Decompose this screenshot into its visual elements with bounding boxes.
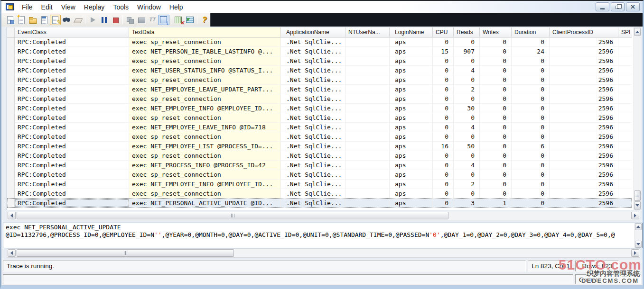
cell-ntUserName[interactable] (345, 180, 390, 189)
cell-cpu[interactable]: 15 (433, 47, 454, 56)
cell-cpu[interactable]: 0 (433, 56, 454, 65)
header-textdata[interactable]: TextData (129, 27, 281, 37)
row-selector[interactable] (7, 113, 15, 122)
cell-duration[interactable]: 0 (512, 189, 550, 198)
cell-loginName[interactable]: aps (390, 85, 433, 94)
cell-applicationName[interactable]: .Net SqlClie... (281, 170, 345, 179)
cell-ntUserName[interactable] (345, 189, 390, 198)
cell-writes[interactable]: 0 (480, 104, 512, 113)
cell-ntUserName[interactable] (345, 113, 390, 122)
cell-loginName[interactable]: aps (390, 199, 433, 208)
menu-edit[interactable]: Edit (37, 2, 57, 12)
cell-loginName[interactable]: aps (390, 113, 433, 122)
detail-horizontal-scrollbar[interactable] (7, 248, 640, 258)
cell-textData[interactable]: exec NET_EMPLOYEE_LEAVE_INFO @ID=718 (129, 123, 281, 132)
cell-cpu[interactable]: 0 (433, 123, 454, 132)
cell-spid[interactable] (618, 161, 632, 170)
cell-reads[interactable]: 50 (454, 142, 480, 151)
cell-duration[interactable]: 0 (512, 104, 550, 113)
cell-clientProcessId[interactable]: 2596 (550, 180, 618, 189)
cell-duration[interactable]: 0 (512, 132, 550, 141)
cell-reads[interactable]: 4 (454, 66, 480, 75)
cell-writes[interactable]: 0 (480, 132, 512, 141)
cell-spid[interactable] (618, 180, 632, 189)
table-row[interactable]: RPC:Completedexec sp_reset_connection.Ne… (7, 132, 632, 142)
cell-reads[interactable]: 2 (454, 85, 480, 94)
cell-eventClass[interactable]: RPC:Completed (15, 75, 129, 84)
cell-duration[interactable]: 0 (512, 75, 550, 84)
cell-loginName[interactable]: aps (390, 170, 433, 179)
cell-duration[interactable]: 0 (512, 85, 550, 94)
menu-view[interactable]: View (57, 2, 80, 12)
cell-cpu[interactable]: 0 (433, 199, 454, 208)
cell-applicationName[interactable]: .Net SqlClie... (281, 104, 345, 113)
detail-scroll-right-button[interactable] (631, 249, 639, 257)
cell-writes[interactable]: 0 (480, 161, 512, 170)
cell-textData[interactable]: exec NET_PROCESS_INFO @PROCESS_ID=42 (129, 161, 281, 170)
close-button[interactable]: ✕ (626, 2, 640, 11)
cell-applicationName[interactable]: .Net SqlClie... (281, 132, 345, 141)
table-row[interactable]: RPC:Completedexec NET_PERSONAL_ACTIVE_UP… (7, 199, 632, 208)
cell-loginName[interactable]: aps (390, 180, 433, 189)
cell-eventClass[interactable]: RPC:Completed (15, 37, 129, 46)
new-document-button[interactable] (16, 15, 27, 25)
detail-scroll-up-button[interactable] (635, 223, 642, 230)
cell-cpu[interactable]: 0 (433, 104, 454, 113)
grid-horizontal-scrollbar[interactable] (7, 211, 640, 220)
row-selector[interactable] (7, 75, 15, 84)
cell-ntUserName[interactable] (345, 104, 390, 113)
cell-cpu[interactable]: 0 (433, 66, 454, 75)
cell-applicationName[interactable]: .Net SqlClie... (281, 123, 345, 132)
cell-cpu[interactable]: 0 (433, 189, 454, 198)
cell-clientProcessId[interactable]: 2596 (550, 151, 618, 160)
cell-applicationName[interactable]: .Net SqlClie... (281, 75, 345, 84)
detail-scroll-left-button[interactable] (8, 249, 16, 257)
table-row[interactable]: RPC:Completedexec sp_reset_connection.Ne… (7, 189, 632, 199)
cell-reads[interactable]: 0 (454, 94, 480, 103)
cell-ntUserName[interactable] (345, 47, 390, 56)
cell-eventClass[interactable]: RPC:Completed (15, 94, 129, 103)
cell-reads[interactable]: 0 (454, 189, 480, 198)
table-row[interactable]: RPC:Completedexec NET_PROCESS_INFO @PROC… (7, 161, 632, 170)
cell-writes[interactable]: 0 (480, 75, 512, 84)
cell-eventClass[interactable]: RPC:Completed (15, 47, 129, 56)
header-ntusername[interactable]: NTUserNa... (345, 27, 390, 37)
cell-spid[interactable] (618, 113, 632, 122)
cell-spid[interactable] (618, 104, 632, 113)
row-selector[interactable] (7, 47, 15, 56)
cell-loginName[interactable]: aps (390, 189, 433, 198)
cell-loginName[interactable]: aps (390, 123, 433, 132)
cell-clientProcessId[interactable]: 2596 (550, 189, 618, 198)
cell-clientProcessId[interactable]: 2596 (550, 56, 618, 65)
cell-cpu[interactable]: 0 (433, 37, 454, 46)
app-icon[interactable] (6, 3, 14, 10)
minimize-button[interactable] (596, 2, 609, 11)
cell-spid[interactable] (618, 47, 632, 56)
cell-writes[interactable]: 0 (480, 151, 512, 160)
cell-eventClass[interactable]: RPC:Completed (15, 113, 129, 122)
cell-clientProcessId[interactable]: 2596 (550, 132, 618, 141)
cell-loginName[interactable]: aps (390, 142, 433, 151)
cell-ntUserName[interactable] (345, 142, 390, 151)
cell-loginName[interactable]: aps (390, 132, 433, 141)
restore-button[interactable] (611, 2, 625, 11)
grid-vertical-scrollbar[interactable] (634, 27, 641, 210)
table-row[interactable]: RPC:Completedexec sp_reset_connection.Ne… (7, 37, 632, 47)
cell-spid[interactable] (618, 142, 632, 151)
cell-duration[interactable]: 0 (512, 161, 550, 170)
scroll-right-button[interactable] (631, 212, 639, 219)
cell-reads[interactable]: 0 (454, 56, 480, 65)
cell-spid[interactable] (618, 199, 632, 208)
cell-applicationName[interactable]: .Net SqlClie... (281, 151, 345, 160)
table-row[interactable]: RPC:Completedexec sp_reset_connection.Ne… (7, 113, 632, 123)
cell-eventClass[interactable]: RPC:Completed (15, 170, 129, 179)
cell-clientProcessId[interactable]: 2596 (550, 123, 618, 132)
cell-duration[interactable]: 24 (512, 47, 550, 56)
new-trace-button[interactable] (4, 15, 16, 25)
header-cpu[interactable]: CPU (433, 27, 454, 37)
cell-reads[interactable]: 0 (454, 113, 480, 122)
row-selector[interactable] (7, 151, 15, 160)
cell-textData[interactable]: exec NET_PERSON_IE_TABLE_LASTINFO @... (129, 47, 281, 56)
cell-clientProcessId[interactable]: 2596 (550, 47, 618, 56)
cell-clientProcessId[interactable]: 2596 (550, 94, 618, 103)
